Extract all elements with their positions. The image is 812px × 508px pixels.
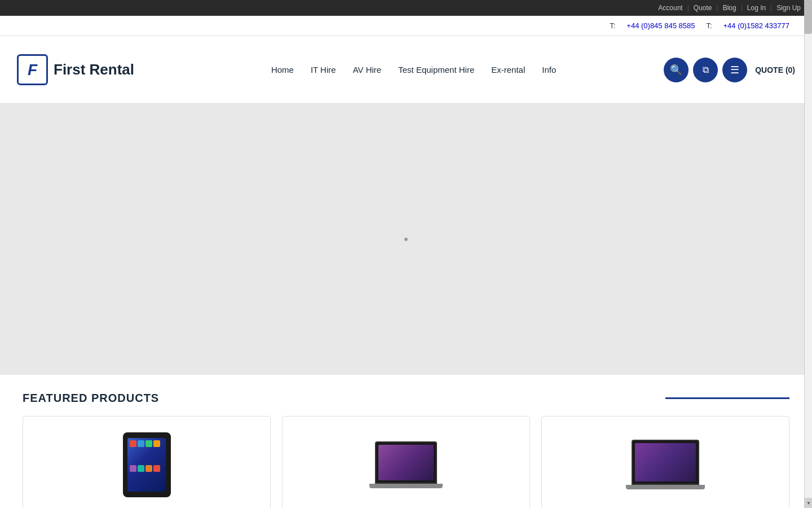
product-image-macbook [294, 428, 518, 501]
app-icon-3 [145, 440, 152, 447]
featured-line [665, 397, 789, 399]
account-link[interactable]: Account [658, 4, 682, 12]
main-nav: Home IT Hire AV Hire Test Equipment Hire… [164, 65, 664, 75]
nav-test-equipment[interactable]: Test Equipment Hire [398, 65, 474, 75]
scrollbar: ▲ ▼ [804, 0, 812, 508]
laptop-shape-2 [626, 440, 705, 489]
laptop-screen [375, 441, 437, 484]
copy-icon: ⧉ [703, 65, 709, 75]
header: F First Rental Home IT Hire AV Hire Test… [0, 36, 812, 104]
laptop-base-2 [626, 485, 705, 489]
phone-bar: T: +44 (0)845 845 8585 T: +44 (0)1582 43… [0, 16, 812, 36]
login-link[interactable]: Log In [747, 4, 766, 12]
logo-icon: F [17, 54, 48, 85]
laptop-screen-inner-2 [635, 443, 696, 481]
featured-section: FEATURED PRODUCTS [0, 375, 812, 508]
phone1-link[interactable]: +44 (0)845 845 8585 [626, 21, 695, 30]
nav-ex-rental[interactable]: Ex-rental [491, 65, 525, 75]
nav-home[interactable]: Home [271, 65, 294, 75]
search-button[interactable]: 🔍 [664, 58, 689, 82]
hero-dot [404, 238, 408, 241]
product-card-ipad[interactable] [23, 416, 271, 508]
sep2: | [717, 4, 718, 12]
search-icon: 🔍 [670, 64, 682, 76]
product-image-ipad [34, 428, 259, 501]
phone2-link[interactable]: +44 (0)1582 433777 [723, 21, 789, 30]
phone1-label: T: [610, 21, 615, 30]
quote-button[interactable]: QUOTE (0) [755, 65, 795, 75]
app-icon-8 [153, 465, 160, 472]
nav-it-hire[interactable]: IT Hire [311, 65, 336, 75]
logo-text: First Rental [54, 61, 134, 78]
app-icon-4 [153, 440, 160, 447]
sep1: | [687, 4, 689, 12]
menu-button[interactable]: ☰ [722, 58, 747, 82]
nav-info[interactable]: Info [542, 65, 556, 75]
product-image-macbookpro [553, 428, 778, 501]
app-icon-6 [138, 465, 144, 472]
scroll-down-arrow[interactable]: ▼ [805, 498, 812, 508]
product-card-macbookpro[interactable] [541, 416, 789, 508]
sep3: | [741, 4, 743, 12]
scrollbar-thumb[interactable] [804, 0, 812, 34]
ipad-shape [123, 432, 171, 497]
laptop-screen-2 [632, 440, 699, 485]
top-bar: Account | Quote | Blog | Log In | Sign U… [0, 0, 812, 16]
laptop-base [369, 484, 443, 488]
hero-area [0, 104, 812, 375]
menu-icon: ☰ [730, 64, 739, 76]
app-icon-5 [130, 465, 136, 472]
signup-link[interactable]: Sign Up [776, 4, 801, 12]
featured-title: FEATURED PRODUCTS [23, 392, 159, 405]
app-icon-2 [138, 440, 144, 447]
app-icon-7 [145, 465, 152, 472]
copy-button[interactable]: ⧉ [693, 58, 718, 82]
nav-av-hire[interactable]: AV Hire [353, 65, 382, 75]
laptop-shape [369, 441, 443, 488]
product-card-macbook[interactable] [282, 416, 530, 508]
app-icon-1 [130, 440, 136, 447]
products-row [23, 416, 789, 508]
featured-header: FEATURED PRODUCTS [23, 392, 789, 405]
quote-link[interactable]: Quote [694, 4, 712, 12]
phone2-label: T: [706, 21, 712, 30]
ipad-screen [127, 438, 166, 492]
laptop-screen-inner [378, 445, 434, 480]
sep4: | [770, 4, 772, 12]
logo-link[interactable]: F First Rental [17, 54, 164, 85]
blog-link[interactable]: Blog [723, 4, 736, 12]
header-right-icons: 🔍 ⧉ ☰ QUOTE (0) [664, 58, 795, 82]
